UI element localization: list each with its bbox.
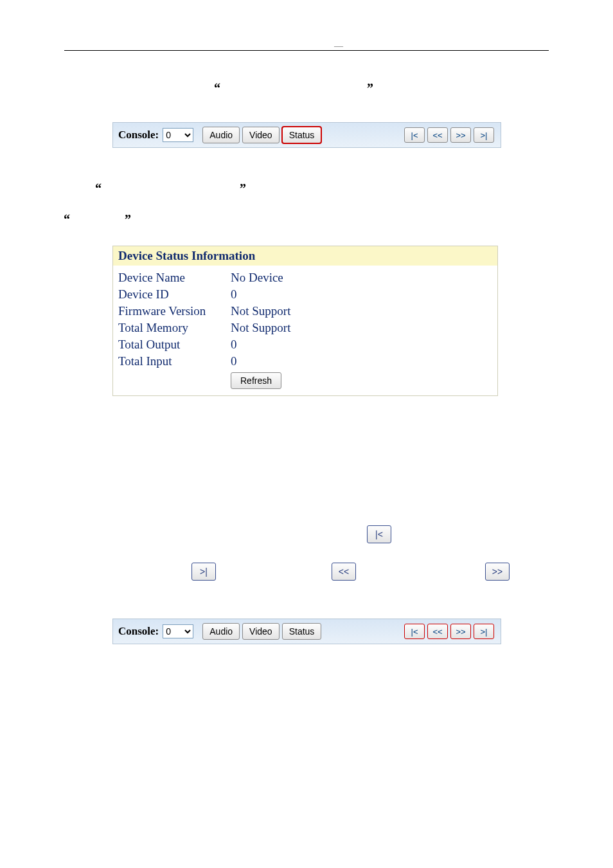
mini-nav-last[interactable]: >| [191,563,216,581]
quote-open-1: “ [214,81,220,96]
audio-tab[interactable]: Audio [202,127,240,143]
status-row: Total Input0 [118,353,492,370]
mini-nav-prev[interactable]: << [332,563,356,581]
video-tab[interactable]: Video [242,127,280,143]
audio-tab[interactable]: Audio [202,623,240,640]
quote-close-2: ” [240,181,246,196]
refresh-button[interactable]: Refresh [231,372,281,389]
status-row: Total Output0 [118,336,492,353]
status-row: Total MemoryNot Support [118,320,492,336]
device-status-title: Device Status Information [113,246,497,266]
nav-next[interactable]: >> [450,624,471,639]
quote-open-3: “ [64,212,70,227]
status-tab[interactable]: Status [282,127,322,143]
quote-close-1: ” [367,81,373,96]
page-header-rule [64,50,549,51]
nav-first[interactable]: |< [404,624,425,639]
console-bar-bottom: Console: 0 Audio Video Status |< << >> >… [112,619,501,644]
console-select[interactable]: 0 [163,128,193,142]
quote-close-3: ” [125,212,131,227]
video-tab[interactable]: Video [242,623,280,640]
nav-last[interactable]: >| [474,127,494,143]
console-label: Console: [118,129,159,141]
mini-nav-next[interactable]: >> [485,563,510,581]
mini-nav-first[interactable]: |< [367,525,391,543]
nav-next[interactable]: >> [450,127,471,143]
console-select[interactable]: 0 [163,624,193,638]
console-bar-top: Console: 0 Audio Video Status |< << >> >… [112,122,501,148]
nav-prev[interactable]: << [427,624,448,639]
console-label: Console: [118,625,159,638]
status-row: Firmware VersionNot Support [118,303,492,320]
status-row: Device NameNo Device [118,269,492,286]
nav-first[interactable]: |< [404,127,425,143]
status-tab[interactable]: Status [282,623,322,640]
status-row: Device ID0 [118,286,492,303]
nav-prev[interactable]: << [427,127,448,143]
device-status-panel: Device Status Information Device NameNo … [112,246,498,396]
quote-open-2: “ [95,181,102,196]
nav-last[interactable]: >| [474,624,494,639]
